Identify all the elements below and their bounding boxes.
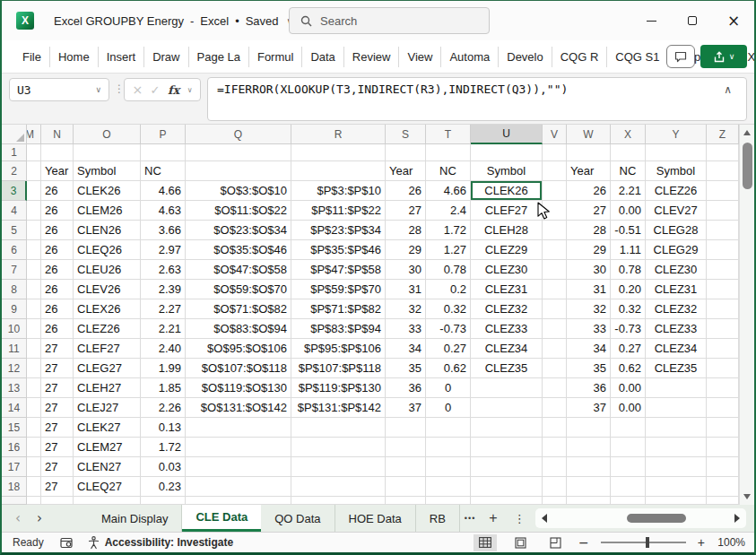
cell-P10[interactable]: 2.21 [141, 319, 186, 339]
sheet-tab-qo-data[interactable]: QO Data [261, 505, 335, 532]
cell-Z9[interactable] [707, 299, 739, 319]
share-button[interactable]: ∨ [700, 45, 747, 68]
insert-function-button[interactable]: fx [168, 83, 179, 97]
sheet-tab-main-display[interactable]: Main Display [88, 505, 182, 532]
cell-Y19[interactable] [646, 497, 707, 505]
row-header-5[interactable]: 5 [2, 221, 27, 240]
cell-V2[interactable] [543, 161, 567, 181]
row-header-15[interactable]: 15 [2, 418, 27, 438]
cell-V7[interactable] [543, 260, 567, 280]
row-header-13[interactable]: 13 [2, 378, 27, 398]
cell-S3[interactable]: 26 [386, 181, 426, 201]
ribbon-tab-data[interactable]: Data [302, 47, 343, 67]
cell-M4[interactable] [27, 201, 41, 221]
cell-X11[interactable]: 0.27 [611, 339, 646, 359]
cell-Q6[interactable]: $O$35:$O$46 [186, 240, 291, 260]
macro-record-button[interactable] [60, 537, 74, 549]
cell-W15[interactable] [567, 418, 611, 438]
column-header-O[interactable]: O [74, 125, 141, 144]
cell-N4[interactable]: 26 [41, 201, 74, 221]
row-header-6[interactable]: 6 [2, 240, 27, 260]
column-header-U[interactable]: U [471, 125, 543, 144]
cell-O8[interactable]: CLEV26 [74, 280, 141, 299]
cell-Q11[interactable]: $O$95:$O$106 [186, 339, 291, 359]
cell-V14[interactable] [543, 398, 567, 418]
cell-X5[interactable]: -0.51 [611, 221, 646, 240]
cell-Q18[interactable] [186, 477, 291, 497]
cell-S5[interactable]: 28 [386, 221, 426, 240]
cell-S15[interactable] [386, 418, 426, 438]
cell-N19[interactable] [41, 497, 74, 505]
cell-W4[interactable]: 27 [567, 201, 611, 221]
cell-S4[interactable]: 27 [386, 201, 426, 221]
column-header-R[interactable]: R [291, 125, 386, 144]
row-header-7[interactable]: 7 [2, 260, 27, 280]
cell-Y13[interactable] [646, 378, 707, 398]
cell-Z15[interactable] [707, 418, 739, 438]
ribbon-tab-automa[interactable]: Automa [441, 47, 499, 67]
cell-O15[interactable]: CLEK27 [74, 418, 141, 438]
cell-P3[interactable]: 4.66 [141, 181, 186, 201]
cell-N3[interactable]: 26 [41, 181, 74, 201]
cell-U2[interactable]: Symbol [471, 161, 543, 181]
cell-Z10[interactable] [707, 319, 739, 339]
scroll-down-icon[interactable] [743, 494, 751, 499]
cell-W1[interactable] [567, 144, 611, 161]
cell-R18[interactable] [291, 477, 386, 497]
cell-V19[interactable] [543, 497, 567, 505]
cell-P15[interactable]: 0.13 [141, 418, 186, 438]
cell-S11[interactable]: 34 [386, 339, 426, 359]
cell-X16[interactable] [611, 438, 646, 457]
column-header-M[interactable]: M [27, 125, 41, 144]
cell-M3[interactable] [27, 181, 41, 201]
cell-Y16[interactable] [646, 438, 707, 457]
cell-S1[interactable] [386, 144, 426, 161]
cell-X10[interactable]: -0.73 [611, 319, 646, 339]
cell-M5[interactable] [27, 221, 41, 240]
cell-Z4[interactable] [707, 201, 739, 221]
cell-Y5[interactable]: CLEG28 [646, 221, 707, 240]
cell-S19[interactable] [386, 497, 426, 505]
cell-V1[interactable] [543, 144, 567, 161]
cell-U15[interactable] [471, 418, 543, 438]
cell-T19[interactable] [426, 497, 471, 505]
cell-S16[interactable] [386, 438, 426, 457]
row-header-18[interactable]: 18 [2, 477, 27, 497]
cell-P17[interactable]: 0.03 [141, 457, 186, 477]
cell-V4[interactable] [543, 201, 567, 221]
cell-P9[interactable]: 2.27 [141, 299, 186, 319]
cell-N13[interactable]: 27 [41, 378, 74, 398]
cell-O12[interactable]: CLEG27 [74, 359, 141, 378]
cell-Q7[interactable]: $O$47:$O$58 [186, 260, 291, 280]
cell-V9[interactable] [543, 299, 567, 319]
cell-Q15[interactable] [186, 418, 291, 438]
cell-X6[interactable]: 1.11 [611, 240, 646, 260]
cell-Q13[interactable]: $O$119:$O$130 [186, 378, 291, 398]
cell-N12[interactable]: 27 [41, 359, 74, 378]
sheet-tab-hoe-data[interactable]: HOE Data [335, 505, 416, 532]
cell-Y3[interactable]: CLEZ26 [646, 181, 707, 201]
ribbon-tab-review[interactable]: Review [344, 47, 400, 67]
column-header-X[interactable]: X [611, 125, 646, 144]
sheet-tab-cle-data[interactable]: CLE Data [182, 505, 261, 532]
cell-W5[interactable]: 28 [567, 221, 611, 240]
row-header-12[interactable]: 12 [2, 359, 27, 378]
row-header-10[interactable]: 10 [2, 319, 27, 339]
cell-O16[interactable]: CLEM27 [74, 438, 141, 457]
cell-P8[interactable]: 2.39 [141, 280, 186, 299]
cell-W19[interactable] [567, 497, 611, 505]
cell-Y1[interactable] [646, 144, 707, 161]
cell-T10[interactable]: -0.73 [426, 319, 471, 339]
cell-V10[interactable] [543, 319, 567, 339]
cell-O10[interactable]: CLEZ26 [74, 319, 141, 339]
cell-N8[interactable]: 26 [41, 280, 74, 299]
cell-M1[interactable] [27, 144, 41, 161]
cell-P19[interactable] [141, 497, 186, 505]
sheet-tab-rb[interactable]: RB [416, 505, 460, 532]
cell-U4[interactable]: CLEF27 [471, 201, 543, 221]
cancel-button[interactable]: × [132, 82, 143, 97]
cell-Y8[interactable]: CLEZ31 [646, 280, 707, 299]
cell-X7[interactable]: 0.78 [611, 260, 646, 280]
cell-R9[interactable]: $P$71:$P$82 [291, 299, 386, 319]
cell-P1[interactable] [141, 144, 186, 161]
